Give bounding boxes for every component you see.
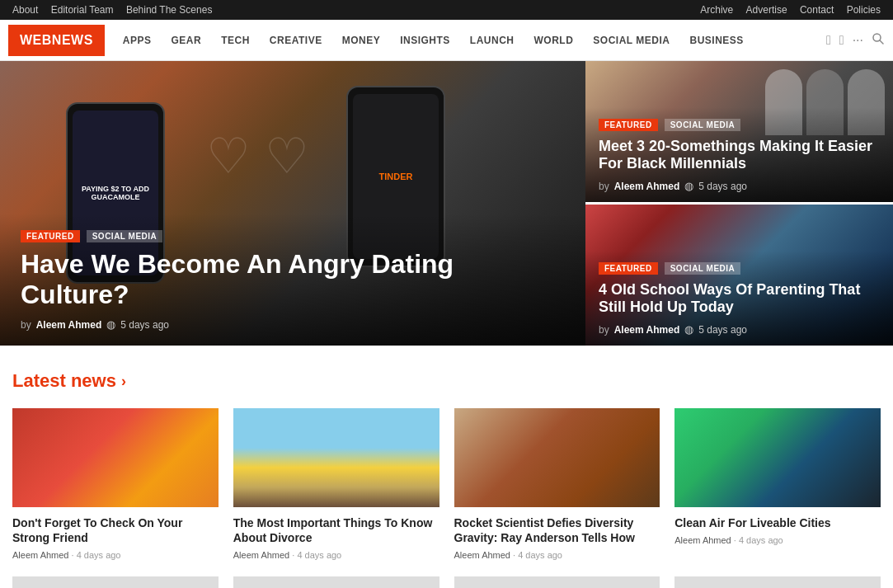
- hero-side-by-1: by: [599, 181, 609, 192]
- contact-link[interactable]: Contact: [800, 4, 834, 16]
- hero-main-time: 5 days ago: [120, 319, 169, 331]
- nav-social-media[interactable]: SOCIAL MEDIA: [583, 35, 679, 46]
- heart-decoration: ♡ ♡: [206, 127, 309, 185]
- editorial-link[interactable]: Editorial Team: [51, 4, 114, 16]
- news-card-title-1: Don't Forget To Check On Your Strong Fri…: [12, 515, 219, 545]
- top-bar-right: Archive Advertise Contact Policies: [690, 4, 881, 16]
- hero-side-author-2: Aleem Ahmed: [614, 324, 680, 336]
- news-card-1[interactable]: Don't Forget To Check On Your Strong Fri…: [12, 408, 219, 560]
- bottom-card-img-2: [233, 576, 439, 588]
- news-card-author-3: Aleem Ahmed: [454, 550, 510, 560]
- svg-line-1: [880, 40, 883, 44]
- top-bar-left: About Editorial Team Behind The Scenes: [12, 4, 222, 16]
- search-icon[interactable]: [872, 32, 885, 49]
- nav-launch[interactable]: LAUNCH: [460, 35, 524, 46]
- news-card-author-1: Aleem Ahmed: [12, 550, 68, 560]
- hero-side-card-2-meta: by Aleem Ahmed ◍ 5 days ago: [599, 323, 880, 336]
- hero-main-tags: FEATURED SOCIAL MEDIA: [21, 230, 565, 242]
- hero-side-card-1-overlay: FEATURED SOCIAL MEDIA Meet 3 20-Somethin…: [585, 107, 893, 202]
- clock-icon-3: ◍: [684, 323, 693, 336]
- news-card-meta-4: Aleem Ahmed · 4 days ago: [674, 535, 881, 545]
- news-card-time-1: 4 days ago: [77, 550, 121, 560]
- news-card-4[interactable]: Clean Air For Liveable Cities Aleem Ahme…: [674, 408, 881, 560]
- nav-insights[interactable]: INSIGHTS: [390, 35, 460, 46]
- bottom-card-img-4: [674, 576, 881, 588]
- about-link[interactable]: About: [12, 4, 38, 16]
- news-card-img-inner-3: [454, 408, 660, 507]
- advertise-link[interactable]: Advertise: [746, 4, 787, 16]
- news-card-time-2: 4 days ago: [297, 550, 341, 560]
- latest-news-arrow[interactable]: ›: [121, 373, 126, 390]
- hero-side-author-1: Aleem Ahmed: [614, 181, 680, 192]
- latest-news-header: Latest news ›: [12, 370, 881, 392]
- more-icon[interactable]: ···: [853, 33, 863, 48]
- bottom-card-2[interactable]: [233, 576, 439, 588]
- facebook-icon[interactable]: : [826, 33, 831, 48]
- news-card-img-4: [674, 408, 881, 507]
- nav-business[interactable]: BUSINESS: [679, 35, 753, 46]
- nav-apps[interactable]: APPS: [113, 35, 162, 46]
- hero-side-by-2: by: [599, 324, 609, 336]
- hero-side-card-2-title: 4 Old School Ways Of Parenting That Stil…: [599, 281, 880, 317]
- hero-main-meta: by Aleem Ahmed ◍ 5 days ago: [21, 318, 565, 331]
- bottom-card-4[interactable]: [674, 576, 881, 588]
- hero-side-card-1-tags: FEATURED SOCIAL MEDIA: [599, 119, 880, 131]
- news-card-2[interactable]: The Most Important Things To Know About …: [233, 408, 439, 560]
- news-card-img-inner-1: [12, 408, 219, 507]
- news-card-meta-1: Aleem Ahmed · 4 days ago: [12, 550, 219, 560]
- site-logo[interactable]: WEBNEWS: [8, 25, 105, 56]
- bottom-card-img-3: [454, 576, 660, 588]
- twitter-icon[interactable]: : [839, 33, 844, 48]
- nav: WEBNEWS APPS GEAR TECH CREATIVE MONEY IN…: [0, 20, 893, 61]
- hero-side: FEATURED SOCIAL MEDIA Meet 3 20-Somethin…: [585, 61, 893, 346]
- hero-side-card-2-tag1: FEATURED: [599, 262, 658, 275]
- hero-main-author: Aleem Ahmed: [36, 319, 102, 331]
- nav-world[interactable]: WORLD: [524, 35, 584, 46]
- bottom-card-img-1: [12, 576, 219, 588]
- nav-links: APPS GEAR TECH CREATIVE MONEY INSIGHTS L…: [113, 35, 826, 46]
- latest-news-title: Latest news: [12, 370, 116, 392]
- hero-main-overlay: FEATURED SOCIAL MEDIA Have We Become An …: [0, 214, 585, 346]
- news-card-img-inner-2: [233, 408, 439, 507]
- news-card-meta-2: Aleem Ahmed · 4 days ago: [233, 550, 439, 560]
- nav-tech[interactable]: TECH: [211, 35, 260, 46]
- news-card-title-4: Clean Air For Liveable Cities: [674, 515, 881, 530]
- hero-side-card-2[interactable]: FEATURED SOCIAL MEDIA 4 Old School Ways …: [585, 202, 893, 346]
- hero-side-card-2-tags: FEATURED SOCIAL MEDIA: [599, 262, 880, 275]
- clock-icon-2: ◍: [684, 180, 693, 192]
- news-card-author-4: Aleem Ahmed: [674, 535, 731, 545]
- hero-main-tag1: FEATURED: [21, 230, 80, 242]
- hero-section: PAYING $2 TO ADD GUACAMOLE TINDER ♡ ♡ FE…: [0, 61, 893, 346]
- news-card-title-2: The Most Important Things To Know About …: [233, 515, 439, 545]
- news-card-img-3: [454, 408, 660, 507]
- hero-side-time-1: 5 days ago: [698, 181, 747, 192]
- nav-gear[interactable]: GEAR: [162, 35, 212, 46]
- hero-main-title: Have We Become An Angry Dating Culture?: [21, 249, 565, 310]
- hero-side-card-1-meta: by Aleem Ahmed ◍ 5 days ago: [599, 180, 880, 192]
- news-card-img-1: [12, 408, 219, 507]
- latest-news-grid: Don't Forget To Check On Your Strong Fri…: [12, 408, 881, 560]
- hero-main[interactable]: PAYING $2 TO ADD GUACAMOLE TINDER ♡ ♡ FE…: [0, 61, 585, 346]
- news-card-author-2: Aleem Ahmed: [233, 550, 289, 560]
- news-card-meta-3: Aleem Ahmed · 4 days ago: [454, 550, 660, 560]
- news-card-3[interactable]: Rocket Scientist Defies Diversity Gravit…: [454, 408, 660, 560]
- nav-money[interactable]: MONEY: [332, 35, 391, 46]
- hero-main-by: by: [21, 319, 31, 331]
- behind-link[interactable]: Behind The Scenes: [126, 4, 213, 16]
- top-bar: About Editorial Team Behind The Scenes A…: [0, 0, 893, 20]
- news-card-img-inner-4: [674, 408, 881, 507]
- hero-side-card-2-overlay: FEATURED SOCIAL MEDIA 4 Old School Ways …: [585, 251, 893, 346]
- nav-creative[interactable]: CREATIVE: [260, 35, 332, 46]
- hero-side-card-1[interactable]: FEATURED SOCIAL MEDIA Meet 3 20-Somethin…: [585, 61, 893, 202]
- bottom-card-3[interactable]: [454, 576, 660, 588]
- archive-link[interactable]: Archive: [700, 4, 733, 16]
- clock-icon: ◍: [106, 318, 115, 331]
- hero-side-card-1-tag1: FEATURED: [599, 119, 658, 131]
- hero-side-time-2: 5 days ago: [698, 324, 747, 336]
- latest-news-section: Latest news › Don't Forget To Check On Y…: [0, 346, 893, 576]
- policies-link[interactable]: Policies: [847, 4, 881, 16]
- hero-side-card-1-title: Meet 3 20-Somethings Making It Easier Fo…: [599, 138, 880, 173]
- bottom-card-1[interactable]: [12, 576, 219, 588]
- hero-side-card-1-tag2: SOCIAL MEDIA: [665, 119, 741, 131]
- news-card-time-3: 4 days ago: [518, 550, 562, 560]
